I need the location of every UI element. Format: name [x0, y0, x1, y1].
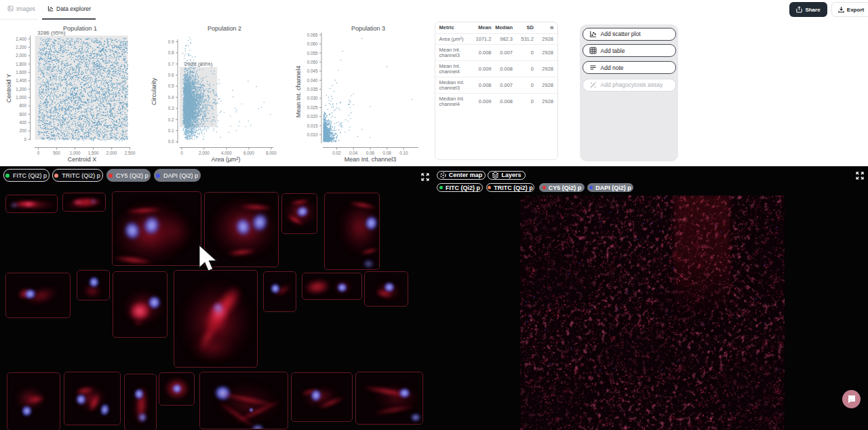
svg-text:3286 (95%): 3286 (95%)	[37, 30, 66, 36]
svg-text:2,500: 2,500	[125, 151, 136, 155]
svg-text:0.6: 0.6	[168, 73, 174, 77]
svg-text:0.08: 0.08	[382, 151, 391, 155]
svg-text:Mean Int. channel4: Mean Int. channel4	[295, 66, 302, 118]
svg-text:0.10: 0.10	[399, 151, 408, 155]
svg-text:1,800: 1,800	[16, 62, 26, 66]
svg-text:1,200: 1,200	[16, 87, 26, 92]
svg-text:400: 400	[19, 120, 26, 125]
svg-text:0.040: 0.040	[307, 78, 318, 83]
svg-text:Population 2: Population 2	[208, 25, 241, 32]
svg-text:Centroid X: Centroid X	[68, 156, 97, 163]
svg-text:0.065: 0.065	[307, 33, 318, 37]
svg-text:200: 200	[19, 128, 26, 133]
svg-text:0.7: 0.7	[168, 62, 174, 66]
svg-text:0.04: 0.04	[349, 151, 358, 155]
svg-text:4,000: 4,000	[221, 151, 232, 155]
svg-text:2,000: 2,000	[16, 53, 26, 58]
svg-text:0.06: 0.06	[366, 151, 375, 155]
svg-text:0.030: 0.030	[307, 96, 318, 100]
svg-text:0.02: 0.02	[332, 151, 341, 155]
svg-text:600: 600	[19, 112, 26, 117]
svg-text:0.5: 0.5	[168, 83, 174, 88]
svg-text:Mean Int. channel3: Mean Int. channel3	[344, 156, 397, 163]
svg-text:6,000: 6,000	[243, 151, 254, 155]
svg-text:0.060: 0.060	[307, 41, 318, 46]
svg-text:0.9: 0.9	[168, 39, 174, 44]
svg-text:8,000: 8,000	[266, 151, 277, 155]
svg-text:0.0: 0.0	[168, 139, 174, 144]
svg-text:0.015: 0.015	[307, 123, 318, 128]
svg-text:0.025: 0.025	[307, 105, 318, 110]
svg-text:0.010: 0.010	[307, 132, 318, 137]
svg-text:0.3: 0.3	[168, 106, 174, 111]
svg-text:Area (µm²): Area (µm²)	[211, 156, 240, 163]
svg-text:2,400: 2,400	[16, 37, 26, 41]
svg-text:Circularity: Circularity	[151, 78, 157, 106]
svg-text:2928 (89%): 2928 (89%)	[184, 61, 213, 67]
svg-text:0.2: 0.2	[168, 117, 174, 122]
svg-text:0.4: 0.4	[168, 95, 174, 100]
svg-text:0.055: 0.055	[307, 51, 318, 56]
svg-text:0.020: 0.020	[307, 114, 318, 119]
svg-text:0.1: 0.1	[168, 128, 174, 133]
svg-text:Centroid Y: Centroid Y	[5, 74, 12, 102]
svg-text:0.8: 0.8	[168, 50, 174, 55]
svg-text:0.045: 0.045	[307, 69, 318, 73]
svg-text:0.050: 0.050	[307, 60, 318, 64]
svg-text:1,000: 1,000	[70, 151, 81, 155]
svg-text:1,400: 1,400	[16, 78, 26, 83]
svg-text:1,000: 1,000	[16, 95, 26, 100]
svg-text:800: 800	[19, 103, 26, 108]
svg-text:0.035: 0.035	[307, 87, 318, 92]
svg-text:0: 0	[24, 137, 26, 142]
svg-text:500: 500	[53, 151, 60, 155]
svg-text:1,500: 1,500	[88, 151, 99, 155]
svg-text:0: 0	[37, 151, 40, 155]
svg-text:Population 1: Population 1	[63, 25, 97, 32]
svg-text:2,000: 2,000	[106, 151, 117, 155]
svg-text:0: 0	[180, 151, 183, 155]
svg-text:1,600: 1,600	[16, 70, 26, 75]
svg-text:2,200: 2,200	[16, 45, 26, 50]
svg-text:Population 3: Population 3	[351, 25, 385, 32]
svg-text:2,000: 2,000	[199, 151, 210, 155]
